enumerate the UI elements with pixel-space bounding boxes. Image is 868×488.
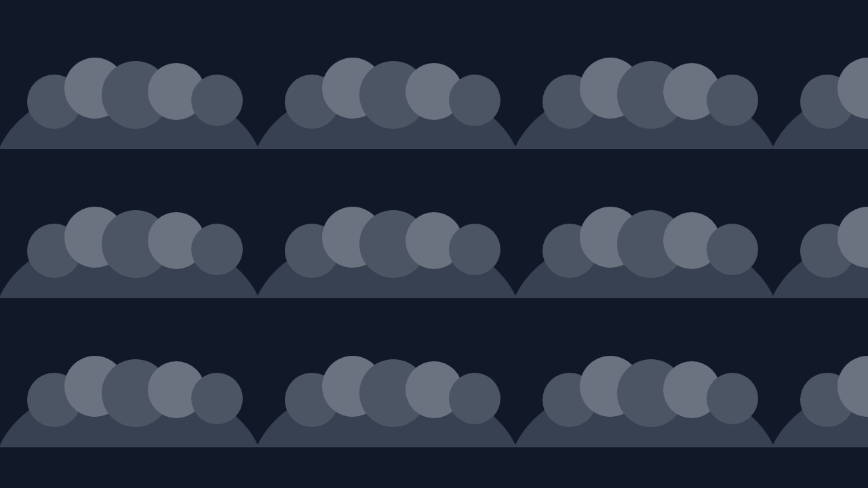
merchants-section: MyFavorito for Shopify merchants - run y… <box>137 461 856 488</box>
main-content: 🔍 ⊞ MyFavorito Introduction Settings Lat… <box>125 0 868 488</box>
app-page-card: Introduction Settings Latest activities … <box>136 62 857 488</box>
content-area: ⊞ MyFavorito Introduction Settings Lates… <box>125 35 868 488</box>
